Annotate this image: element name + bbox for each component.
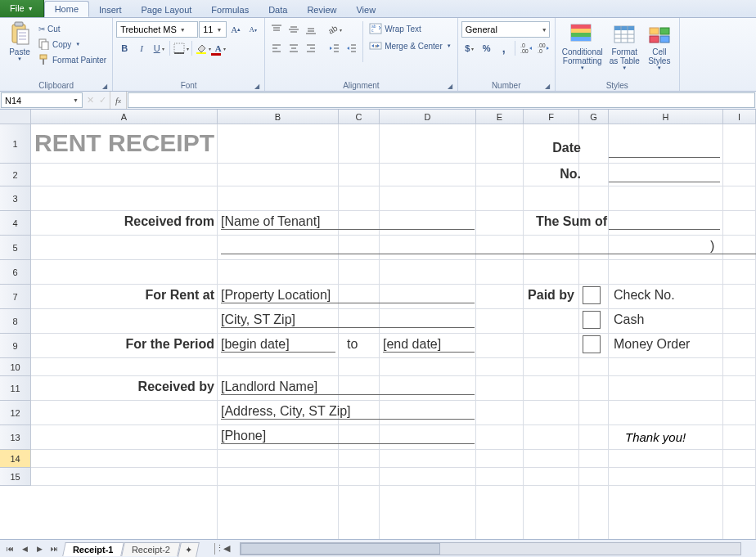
svg-rect-12 bbox=[196, 52, 206, 54]
align-bottom-button[interactable] bbox=[303, 21, 319, 38]
col-header-E[interactable]: E bbox=[476, 110, 524, 124]
align-top-button[interactable] bbox=[268, 21, 285, 38]
row-header-8[interactable]: 8 bbox=[0, 309, 30, 334]
tab-page-layout[interactable]: Page Layout bbox=[132, 2, 202, 17]
cell-area[interactable]: RENT RECEIPTDateNo.Received from[Name of… bbox=[31, 124, 756, 539]
number-format-combo[interactable]: General▼ bbox=[461, 21, 550, 38]
tab-file[interactable]: File▼ bbox=[0, 0, 44, 17]
row-header-3[interactable]: 3 bbox=[0, 186, 30, 211]
bold-button[interactable]: B bbox=[116, 40, 133, 56]
sheet-tab-bar: ⏮◀▶⏭ Receipt-1 Receipt-2 ✦ ⋮ ◀ bbox=[0, 539, 756, 557]
worksheet-grid[interactable]: ABCDEFGHI 123456789101112131415 RENT REC… bbox=[0, 110, 756, 539]
tab-data[interactable]: Data bbox=[259, 2, 297, 17]
brush-icon bbox=[38, 54, 50, 65]
italic-button[interactable]: I bbox=[133, 40, 150, 56]
dialog-launcher-icon[interactable]: ◢ bbox=[448, 83, 452, 90]
decrease-indent-button[interactable] bbox=[326, 40, 342, 56]
last-sheet-icon[interactable]: ⏭ bbox=[47, 545, 61, 553]
date-field bbox=[609, 157, 720, 158]
increase-decimal-button[interactable]: .0.00 bbox=[518, 40, 534, 56]
cut-button[interactable]: ✂Cut bbox=[36, 21, 109, 36]
fx-icon[interactable]: fx bbox=[110, 92, 127, 109]
name-box[interactable]: N14▼ bbox=[1, 92, 83, 108]
scroll-left-icon[interactable]: ◀ bbox=[220, 543, 233, 554]
tab-view[interactable]: View bbox=[346, 2, 385, 17]
col-header-H[interactable]: H bbox=[609, 110, 723, 124]
select-all-corner[interactable] bbox=[0, 110, 31, 124]
dialog-launcher-icon[interactable]: ◢ bbox=[254, 83, 259, 90]
row-header-9[interactable]: 9 bbox=[0, 334, 30, 358]
sheet-tab-1-label: Receipt-1 bbox=[73, 545, 114, 555]
align-left-button[interactable] bbox=[268, 40, 285, 56]
align-right-button[interactable] bbox=[303, 40, 319, 56]
enter-icon[interactable]: ✓ bbox=[99, 95, 106, 106]
group-clipboard: Paste ▼ ✂Cut Copy▼ Format Painter Clipbo… bbox=[0, 18, 113, 91]
format-painter-button[interactable]: Format Painter bbox=[36, 52, 109, 67]
col-header-C[interactable]: C bbox=[339, 110, 380, 124]
sheet-nav-buttons[interactable]: ⏮◀▶⏭ bbox=[0, 545, 64, 553]
format-as-table-button[interactable]: Format as Table ▼ bbox=[606, 20, 643, 72]
svg-rect-7 bbox=[42, 42, 48, 50]
font-color-button[interactable]: A bbox=[212, 40, 228, 56]
percent-button[interactable]: % bbox=[479, 40, 495, 56]
new-sheet-button[interactable]: ✦ bbox=[178, 542, 200, 557]
row-header-6[interactable]: 6 bbox=[0, 260, 30, 285]
col-header-B[interactable]: B bbox=[218, 110, 339, 124]
row-header-1[interactable]: 1 bbox=[0, 124, 30, 164]
row-header-13[interactable]: 13 bbox=[0, 425, 30, 450]
sheet-tab-1[interactable]: Receipt-1 bbox=[62, 542, 124, 556]
row-header-12[interactable]: 12 bbox=[0, 401, 30, 425]
tab-review[interactable]: Review bbox=[297, 2, 346, 17]
formula-input[interactable] bbox=[128, 92, 755, 108]
orientation-button[interactable]: ab bbox=[326, 21, 342, 38]
underline-button[interactable]: U bbox=[151, 40, 167, 56]
wrap-text-button[interactable]: abcWrap Text bbox=[367, 21, 454, 36]
property-location: [Property Location] bbox=[221, 288, 475, 303]
horizontal-scrollbar[interactable] bbox=[240, 542, 741, 555]
increase-indent-button[interactable] bbox=[343, 40, 359, 56]
scrollbar-thumb[interactable] bbox=[241, 543, 441, 555]
next-sheet-icon[interactable]: ▶ bbox=[33, 545, 46, 553]
comma-button[interactable]: , bbox=[496, 40, 512, 56]
col-header-F[interactable]: F bbox=[524, 110, 579, 124]
row-headers[interactable]: 123456789101112131415 bbox=[0, 124, 31, 486]
tab-formulas[interactable]: Formulas bbox=[201, 2, 259, 17]
font-size-combo[interactable]: 11▼ bbox=[199, 21, 227, 38]
prev-sheet-icon[interactable]: ◀ bbox=[18, 545, 31, 553]
accounting-format-button[interactable]: $ bbox=[461, 40, 478, 56]
conditional-formatting-button[interactable]: Conditional Formatting ▼ bbox=[559, 20, 606, 72]
align-middle-button[interactable] bbox=[286, 21, 302, 38]
fill-color-button[interactable] bbox=[195, 40, 211, 56]
col-header-D[interactable]: D bbox=[380, 110, 476, 124]
paste-button[interactable]: Paste ▼ bbox=[3, 20, 36, 63]
dialog-launcher-icon[interactable]: ◢ bbox=[102, 83, 107, 90]
row-header-2[interactable]: 2 bbox=[0, 164, 30, 186]
row-header-14[interactable]: 14 bbox=[0, 450, 30, 468]
row-header-7[interactable]: 7 bbox=[0, 285, 30, 309]
row-header-5[interactable]: 5 bbox=[0, 236, 30, 260]
grow-font-button[interactable]: A▴ bbox=[227, 21, 244, 38]
sheet-tab-2[interactable]: Receipt-2 bbox=[121, 542, 181, 556]
row-header-11[interactable]: 11 bbox=[0, 376, 30, 401]
first-sheet-icon[interactable]: ⏮ bbox=[3, 545, 16, 553]
col-header-A[interactable]: A bbox=[31, 110, 218, 124]
row-header-10[interactable]: 10 bbox=[0, 358, 30, 376]
row-header-4[interactable]: 4 bbox=[0, 211, 30, 236]
cell-styles-button[interactable]: Cell Styles ▼ bbox=[643, 20, 676, 72]
tab-home[interactable]: Home bbox=[44, 1, 89, 17]
merge-center-button[interactable]: aMerge & Center▼ bbox=[367, 38, 454, 53]
row-header-15[interactable]: 15 bbox=[0, 468, 30, 486]
decrease-decimal-button[interactable]: .00.0 bbox=[535, 40, 551, 56]
column-headers[interactable]: ABCDEFGHI bbox=[31, 110, 756, 124]
border-button[interactable] bbox=[173, 40, 189, 56]
shrink-font-button[interactable]: A▾ bbox=[245, 21, 261, 38]
col-header-G[interactable]: G bbox=[579, 110, 609, 124]
copy-button[interactable]: Copy▼ bbox=[36, 37, 109, 52]
cancel-icon[interactable]: ✕ bbox=[87, 95, 94, 106]
col-header-I[interactable]: I bbox=[723, 110, 756, 124]
tab-insert[interactable]: Insert bbox=[89, 2, 132, 17]
font-name-combo[interactable]: Trebuchet MS▼ bbox=[116, 21, 198, 38]
align-center-button[interactable] bbox=[286, 40, 302, 56]
dialog-launcher-icon[interactable]: ◢ bbox=[545, 83, 550, 90]
group-alignment-label: Alignment bbox=[343, 81, 379, 90]
